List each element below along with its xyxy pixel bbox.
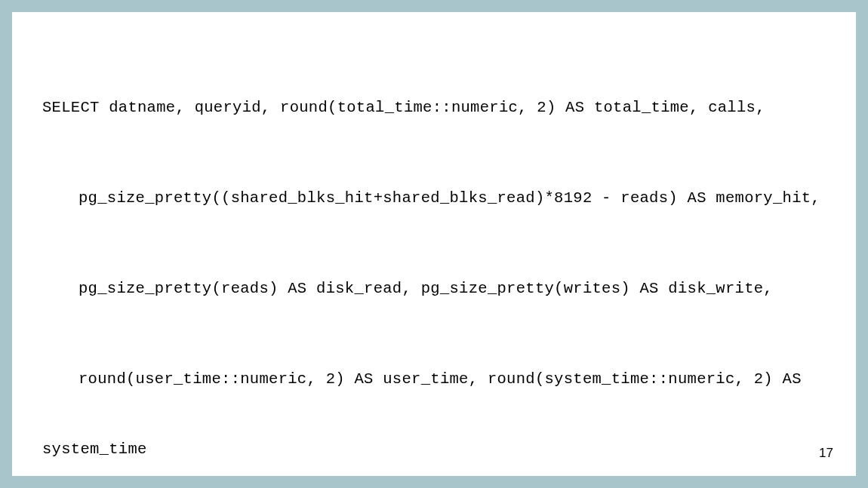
sql-code-block: SELECT datname, queryid, round(total_tim… <box>42 50 826 488</box>
slide-container: SELECT datname, queryid, round(total_tim… <box>12 12 856 476</box>
code-line-time-a: round(user_time::numeric, 2) AS user_tim… <box>42 368 826 391</box>
code-line-select: SELECT datname, queryid, round(total_tim… <box>42 97 826 120</box>
page-number: 17 <box>819 446 833 461</box>
code-line-disk: pg_size_pretty(reads) AS disk_read, pg_s… <box>42 278 826 301</box>
code-line-time-b: system_time <box>42 438 826 462</box>
code-line-memory-hit: pg_size_pretty((shared_blks_hit+shared_b… <box>42 187 826 210</box>
